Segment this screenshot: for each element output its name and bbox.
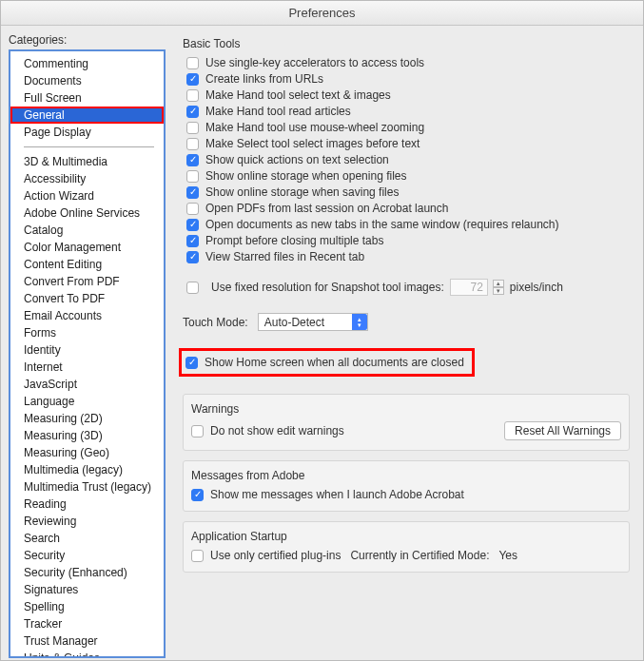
- startup-panel: Application Startup Use only certified p…: [183, 521, 630, 573]
- option-row: Create links from URLs: [186, 72, 630, 86]
- certified-plugins-label: Use only certified plug-ins: [210, 549, 341, 562]
- option-checkbox[interactable]: [186, 154, 199, 166]
- snapshot-row: Use fixed resolution for Snapshot tool i…: [186, 279, 630, 296]
- option-checkbox[interactable]: [186, 203, 199, 215]
- snapshot-label: Use fixed resolution for Snapshot tool i…: [211, 281, 444, 294]
- sidebar-item-reviewing[interactable]: Reviewing: [10, 513, 164, 530]
- messages-title: Messages from Adobe: [191, 469, 621, 482]
- snapshot-stepper[interactable]: ▴▾: [493, 280, 504, 295]
- option-label: Make Hand tool use mouse-wheel zooming: [205, 121, 424, 134]
- option-row: Show online storage when saving files: [186, 185, 630, 199]
- messages-checkbox[interactable]: [191, 489, 204, 501]
- sidebar-item-convert-to-pdf[interactable]: Convert To PDF: [10, 290, 164, 307]
- sidebar-item-security[interactable]: Security: [10, 547, 164, 564]
- main-panel: Basic Tools Use single-key accelerators …: [166, 33, 635, 658]
- option-label: Create links from URLs: [205, 72, 323, 86]
- option-checkbox[interactable]: [186, 57, 199, 69]
- option-row: Use single-key accelerators to access to…: [186, 56, 630, 69]
- option-checkbox[interactable]: [186, 122, 199, 134]
- sidebar-item-identity[interactable]: Identity: [10, 341, 164, 359]
- sidebar-item-measuring-2d-[interactable]: Measuring (2D): [10, 410, 164, 427]
- basic-tools-title: Basic Tools: [183, 37, 630, 50]
- option-label: Prompt before closing multiple tabs: [205, 234, 383, 247]
- touch-mode-value: Auto-Detect: [264, 316, 324, 329]
- option-label: Make Hand tool select text & images: [205, 88, 391, 102]
- reset-warnings-button[interactable]: Reset All Warnings: [504, 421, 621, 440]
- edit-warnings-label: Do not show edit warnings: [210, 424, 344, 437]
- sidebar-item-measuring-geo-[interactable]: Measuring (Geo): [10, 444, 164, 461]
- sidebar-item-email-accounts[interactable]: Email Accounts: [10, 307, 164, 324]
- option-checkbox[interactable]: [186, 73, 199, 86]
- sidebar-item-reading[interactable]: Reading: [10, 496, 164, 513]
- touch-mode-row: Touch Mode: Auto-Detect ▴▾: [183, 313, 630, 331]
- option-checkbox[interactable]: [186, 235, 199, 247]
- sidebar-item-forms[interactable]: Forms: [10, 324, 164, 341]
- snapshot-input[interactable]: [450, 279, 488, 296]
- home-screen-highlight: Show Home screen when all documents are …: [179, 348, 475, 377]
- sidebar-item-3d-multimedia[interactable]: 3D & Multimedia: [10, 153, 164, 170]
- certified-plugins-checkbox[interactable]: [191, 550, 204, 562]
- home-screen-label: Show Home screen when all documents are …: [205, 356, 464, 369]
- option-checkbox[interactable]: [186, 251, 199, 263]
- sidebar-item-catalog[interactable]: Catalog: [10, 222, 164, 239]
- startup-title: Application Startup: [191, 530, 621, 543]
- preferences-window: Preferences Categories: CommentingDocume…: [0, 0, 644, 661]
- sidebar-item-javascript[interactable]: JavaScript: [10, 376, 164, 393]
- option-label: Open PDFs from last session on Acrobat l…: [205, 202, 448, 215]
- option-row: Make Select tool select images before te…: [186, 137, 630, 150]
- option-row: Prompt before closing multiple tabs: [186, 234, 630, 247]
- option-label: Use single-key accelerators to access to…: [205, 56, 424, 69]
- option-checkbox[interactable]: [186, 170, 199, 183]
- option-checkbox[interactable]: [186, 219, 199, 231]
- sidebar-item-full-screen[interactable]: Full Screen: [10, 89, 164, 107]
- sidebar-item-security-enhanced-[interactable]: Security (Enhanced): [10, 564, 164, 581]
- sidebar-item-spelling[interactable]: Spelling: [10, 598, 164, 615]
- option-checkbox[interactable]: [186, 138, 199, 150]
- sidebar-item-color-management[interactable]: Color Management: [10, 239, 164, 256]
- option-checkbox[interactable]: [186, 89, 199, 102]
- option-row: Make Hand tool use mouse-wheel zooming: [186, 121, 630, 134]
- sidebar-item-tracker[interactable]: Tracker: [10, 615, 164, 632]
- option-row: Make Hand tool read articles: [186, 105, 630, 118]
- sidebar-item-multimedia-legacy-[interactable]: Multimedia (legacy): [10, 461, 164, 478]
- chevron-updown-icon: ▴▾: [352, 314, 367, 330]
- sidebar-item-page-display[interactable]: Page Display: [10, 124, 164, 141]
- sidebar-item-documents[interactable]: Documents: [10, 72, 164, 89]
- sidebar-item-multimedia-trust-legacy-[interactable]: Multimedia Trust (legacy): [10, 478, 164, 496]
- touch-mode-select[interactable]: Auto-Detect ▴▾: [258, 313, 368, 331]
- sidebar-item-measuring-3d-[interactable]: Measuring (3D): [10, 427, 164, 444]
- warnings-title: Warnings: [191, 402, 621, 416]
- sidebar-item-signatures[interactable]: Signatures: [10, 581, 164, 598]
- sidebar-item-trust-manager[interactable]: Trust Manager: [10, 632, 164, 650]
- sidebar-item-language[interactable]: Language: [10, 393, 164, 410]
- option-checkbox[interactable]: [186, 106, 199, 118]
- home-screen-checkbox[interactable]: [185, 357, 198, 369]
- sidebar-item-internet[interactable]: Internet: [10, 359, 164, 376]
- messages-panel: Messages from Adobe Show me messages whe…: [183, 460, 630, 512]
- option-label: Show online storage when saving files: [205, 185, 399, 199]
- option-label: Open documents as new tabs in the same w…: [205, 218, 559, 231]
- option-label: Make Hand tool read articles: [205, 105, 351, 118]
- categories-list[interactable]: CommentingDocumentsFull ScreenGeneralPag…: [9, 49, 166, 658]
- sidebar-item-convert-from-pdf[interactable]: Convert From PDF: [10, 273, 164, 290]
- sidebar-item-action-wizard[interactable]: Action Wizard: [10, 187, 164, 204]
- edit-warnings-checkbox[interactable]: [191, 425, 204, 437]
- sidebar-item-commenting[interactable]: Commenting: [10, 55, 164, 72]
- option-row: Show online storage when opening files: [186, 169, 630, 183]
- title-bar: Preferences: [1, 1, 643, 26]
- snapshot-checkbox[interactable]: [186, 282, 199, 294]
- option-checkbox[interactable]: [186, 186, 199, 199]
- sidebar-item-adobe-online-services[interactable]: Adobe Online Services: [10, 204, 164, 222]
- snapshot-unit: pixels/inch: [510, 281, 563, 294]
- sidebar-item-accessibility[interactable]: Accessibility: [10, 170, 164, 187]
- sidebar-item-content-editing[interactable]: Content Editing: [10, 256, 164, 273]
- certified-mode-label: Currently in Certified Mode:: [350, 549, 489, 562]
- warnings-panel: Warnings Do not show edit warnings Reset…: [183, 394, 630, 451]
- sidebar-item-units-guides[interactable]: Units & Guides: [10, 650, 164, 658]
- sidebar-item-search[interactable]: Search: [10, 530, 164, 547]
- option-label: View Starred files in Recent tab: [205, 250, 364, 263]
- categories-label: Categories:: [9, 33, 166, 47]
- certified-mode-value: Yes: [498, 549, 517, 562]
- option-row: Show quick actions on text selection: [186, 153, 630, 166]
- sidebar-item-general[interactable]: General: [10, 107, 164, 124]
